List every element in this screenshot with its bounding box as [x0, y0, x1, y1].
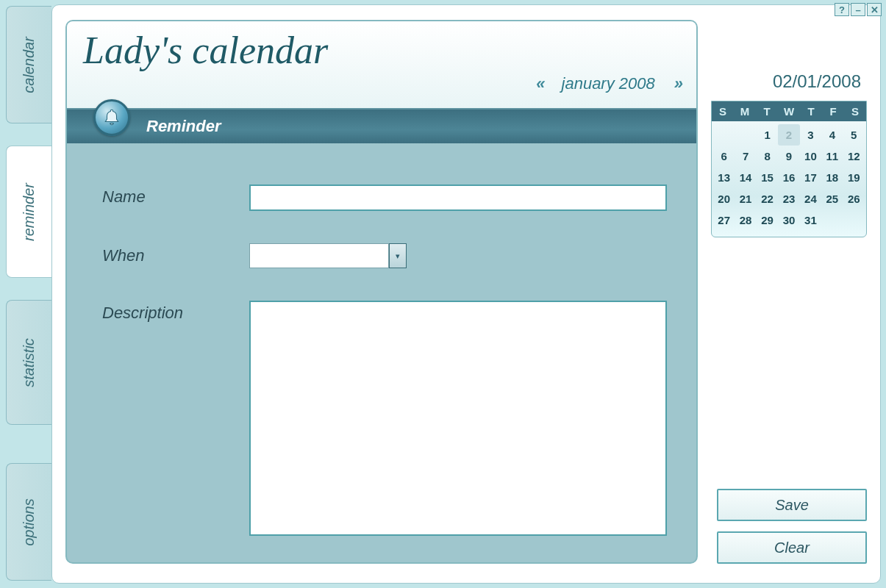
calendar-day[interactable]: 14	[735, 167, 756, 188]
name-input[interactable]	[249, 184, 667, 211]
calendar-day	[821, 209, 843, 231]
tab-label: options	[21, 498, 37, 546]
calendar-day[interactable]: 8	[757, 146, 778, 167]
minimize-button[interactable]: –	[851, 3, 865, 16]
date-display: 02/01/2008	[711, 20, 867, 101]
calendar-day[interactable]: 26	[843, 188, 865, 209]
calendar-dow: S	[844, 101, 866, 121]
when-label: When	[102, 243, 249, 265]
when-select[interactable]	[249, 243, 389, 268]
tab-label: statistic	[21, 338, 37, 387]
clear-button[interactable]: Clear	[717, 531, 867, 564]
tab-label: calendar	[21, 37, 37, 93]
tab-statistic[interactable]: statistic	[6, 300, 51, 425]
calendar-day[interactable]: 10	[800, 146, 821, 167]
calendar-day[interactable]: 5	[843, 124, 865, 146]
right-column: 02/01/2008 SMTWTFS 123456789101112131415…	[711, 20, 867, 568]
reminder-form: Name When ▾ Description	[67, 143, 696, 564]
calendar-dow: W	[778, 101, 800, 121]
calendar-dow: S	[712, 101, 734, 121]
name-label: Name	[102, 184, 249, 207]
calendar-day[interactable]: 20	[713, 188, 735, 209]
calendar-day[interactable]: 27	[713, 209, 735, 231]
calendar-day[interactable]: 25	[821, 188, 843, 209]
main-area: Lady's calendar « january 2008 » Reminde…	[51, 4, 881, 584]
tab-reminder[interactable]: reminder	[6, 146, 51, 278]
calendar-day	[843, 209, 865, 231]
calendar-day[interactable]: 23	[778, 188, 799, 209]
calendar-day[interactable]: 28	[735, 209, 756, 231]
calendar-day[interactable]: 29	[757, 209, 778, 231]
tab-label: reminder	[21, 183, 37, 241]
tab-calendar[interactable]: calendar	[6, 6, 51, 123]
calendar-day[interactable]: 7	[735, 146, 756, 167]
calendar-day[interactable]: 18	[821, 167, 843, 188]
calendar-day[interactable]: 30	[778, 209, 799, 231]
bell-icon	[93, 99, 130, 136]
description-label: Description	[102, 301, 249, 323]
calendar-dow: F	[822, 101, 844, 121]
calendar-day	[713, 124, 735, 146]
dropdown-icon[interactable]: ▾	[389, 243, 407, 268]
calendar-day[interactable]: 15	[757, 167, 778, 188]
calendar-day[interactable]: 13	[713, 167, 735, 188]
calendar-day[interactable]: 3	[800, 124, 821, 146]
calendar-dow: T	[756, 101, 778, 121]
calendar-day[interactable]: 21	[735, 188, 756, 209]
calendar-day[interactable]: 24	[800, 188, 821, 209]
app-title: Lady's calendar	[83, 29, 680, 72]
month-navigation: « january 2008 »	[536, 74, 680, 93]
save-button[interactable]: Save	[717, 489, 867, 521]
calendar-day[interactable]: 1	[757, 124, 778, 146]
description-textarea[interactable]	[249, 301, 667, 536]
calendar-day[interactable]: 6	[713, 146, 735, 167]
calendar-day[interactable]: 16	[778, 167, 799, 188]
sidebar: calendar reminder statistic options	[0, 0, 57, 588]
calendar-day[interactable]: 4	[821, 124, 843, 146]
calendar-dow: T	[800, 101, 822, 121]
calendar-day	[735, 124, 756, 146]
calendar-day[interactable]: 2	[778, 124, 799, 146]
month-label: january 2008	[562, 74, 655, 93]
next-month-icon[interactable]: »	[674, 74, 680, 93]
window-controls: ? – ✕	[835, 3, 882, 16]
panel-title-bar: Reminder	[67, 110, 696, 143]
help-button[interactable]: ?	[835, 3, 849, 16]
panel-title: Reminder	[146, 117, 221, 136]
action-buttons: Save Clear	[717, 489, 867, 564]
calendar-day[interactable]: 11	[821, 146, 843, 167]
calendar-day[interactable]: 12	[843, 146, 865, 167]
calendar-day[interactable]: 17	[800, 167, 821, 188]
prev-month-icon[interactable]: «	[536, 74, 542, 93]
mini-calendar: SMTWTFS 12345678910111213141516171819202…	[711, 101, 867, 237]
calendar-day[interactable]: 19	[843, 167, 865, 188]
calendar-day[interactable]: 31	[800, 209, 821, 231]
tab-options[interactable]: options	[6, 463, 51, 581]
calendar-header: SMTWTFS	[712, 101, 866, 121]
calendar-day[interactable]: 9	[778, 146, 799, 167]
calendar-day[interactable]: 22	[757, 188, 778, 209]
close-button[interactable]: ✕	[867, 3, 882, 16]
calendar-grid: 1234567891011121314151617181920212223242…	[712, 121, 866, 237]
reminder-panel: Lady's calendar « january 2008 » Reminde…	[65, 20, 698, 564]
panel-header: Lady's calendar « january 2008 »	[67, 21, 696, 110]
calendar-dow: M	[734, 101, 756, 121]
